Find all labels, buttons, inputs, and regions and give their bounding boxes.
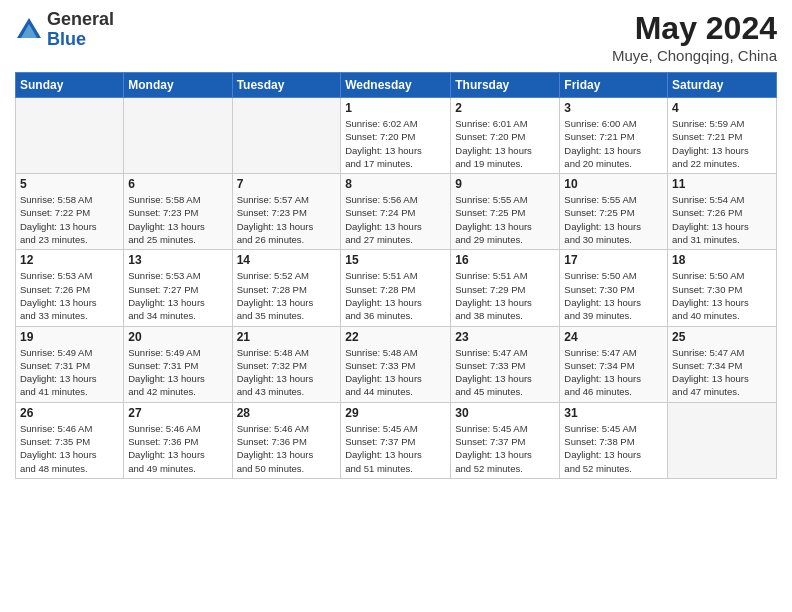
calendar-cell: 25Sunrise: 5:47 AMSunset: 7:34 PMDayligh… xyxy=(668,326,777,402)
calendar-week-row: 19Sunrise: 5:49 AMSunset: 7:31 PMDayligh… xyxy=(16,326,777,402)
day-number: 29 xyxy=(345,406,446,420)
calendar-cell: 17Sunrise: 5:50 AMSunset: 7:30 PMDayligh… xyxy=(560,250,668,326)
day-number: 27 xyxy=(128,406,227,420)
day-number: 14 xyxy=(237,253,337,267)
day-info: Sunrise: 5:55 AMSunset: 7:25 PMDaylight:… xyxy=(455,193,555,246)
day-info: Sunrise: 5:57 AMSunset: 7:23 PMDaylight:… xyxy=(237,193,337,246)
calendar-cell xyxy=(232,98,341,174)
calendar-cell: 5Sunrise: 5:58 AMSunset: 7:22 PMDaylight… xyxy=(16,174,124,250)
day-info: Sunrise: 5:45 AMSunset: 7:38 PMDaylight:… xyxy=(564,422,663,475)
weekday-header-thursday: Thursday xyxy=(451,73,560,98)
day-info: Sunrise: 5:54 AMSunset: 7:26 PMDaylight:… xyxy=(672,193,772,246)
calendar-cell: 27Sunrise: 5:46 AMSunset: 7:36 PMDayligh… xyxy=(124,402,232,478)
calendar-cell: 1Sunrise: 6:02 AMSunset: 7:20 PMDaylight… xyxy=(341,98,451,174)
day-number: 31 xyxy=(564,406,663,420)
calendar-cell: 8Sunrise: 5:56 AMSunset: 7:24 PMDaylight… xyxy=(341,174,451,250)
calendar-week-row: 26Sunrise: 5:46 AMSunset: 7:35 PMDayligh… xyxy=(16,402,777,478)
day-number: 28 xyxy=(237,406,337,420)
calendar-cell: 7Sunrise: 5:57 AMSunset: 7:23 PMDaylight… xyxy=(232,174,341,250)
logo-general: General xyxy=(47,9,114,29)
day-number: 20 xyxy=(128,330,227,344)
calendar-cell: 30Sunrise: 5:45 AMSunset: 7:37 PMDayligh… xyxy=(451,402,560,478)
day-number: 7 xyxy=(237,177,337,191)
calendar-cell: 6Sunrise: 5:58 AMSunset: 7:23 PMDaylight… xyxy=(124,174,232,250)
day-info: Sunrise: 5:49 AMSunset: 7:31 PMDaylight:… xyxy=(20,346,119,399)
day-info: Sunrise: 5:50 AMSunset: 7:30 PMDaylight:… xyxy=(564,269,663,322)
day-number: 23 xyxy=(455,330,555,344)
day-number: 4 xyxy=(672,101,772,115)
day-number: 21 xyxy=(237,330,337,344)
day-number: 2 xyxy=(455,101,555,115)
calendar-cell xyxy=(124,98,232,174)
title-block: May 2024 Muye, Chongqing, China xyxy=(612,10,777,64)
day-info: Sunrise: 5:49 AMSunset: 7:31 PMDaylight:… xyxy=(128,346,227,399)
day-info: Sunrise: 5:51 AMSunset: 7:29 PMDaylight:… xyxy=(455,269,555,322)
weekday-header-friday: Friday xyxy=(560,73,668,98)
calendar-cell: 12Sunrise: 5:53 AMSunset: 7:26 PMDayligh… xyxy=(16,250,124,326)
day-info: Sunrise: 6:02 AMSunset: 7:20 PMDaylight:… xyxy=(345,117,446,170)
location-label: Muye, Chongqing, China xyxy=(612,47,777,64)
day-info: Sunrise: 5:53 AMSunset: 7:26 PMDaylight:… xyxy=(20,269,119,322)
day-number: 30 xyxy=(455,406,555,420)
day-number: 13 xyxy=(128,253,227,267)
calendar-cell: 13Sunrise: 5:53 AMSunset: 7:27 PMDayligh… xyxy=(124,250,232,326)
day-info: Sunrise: 5:51 AMSunset: 7:28 PMDaylight:… xyxy=(345,269,446,322)
day-number: 11 xyxy=(672,177,772,191)
calendar-cell xyxy=(16,98,124,174)
day-number: 9 xyxy=(455,177,555,191)
day-number: 6 xyxy=(128,177,227,191)
day-number: 3 xyxy=(564,101,663,115)
day-info: Sunrise: 6:01 AMSunset: 7:20 PMDaylight:… xyxy=(455,117,555,170)
page-header: General Blue May 2024 Muye, Chongqing, C… xyxy=(15,10,777,64)
day-info: Sunrise: 5:48 AMSunset: 7:32 PMDaylight:… xyxy=(237,346,337,399)
day-number: 15 xyxy=(345,253,446,267)
calendar-cell: 19Sunrise: 5:49 AMSunset: 7:31 PMDayligh… xyxy=(16,326,124,402)
day-info: Sunrise: 5:47 AMSunset: 7:33 PMDaylight:… xyxy=(455,346,555,399)
calendar-cell: 28Sunrise: 5:46 AMSunset: 7:36 PMDayligh… xyxy=(232,402,341,478)
day-info: Sunrise: 5:53 AMSunset: 7:27 PMDaylight:… xyxy=(128,269,227,322)
day-number: 22 xyxy=(345,330,446,344)
day-number: 16 xyxy=(455,253,555,267)
day-info: Sunrise: 5:56 AMSunset: 7:24 PMDaylight:… xyxy=(345,193,446,246)
calendar-cell: 22Sunrise: 5:48 AMSunset: 7:33 PMDayligh… xyxy=(341,326,451,402)
calendar-cell: 3Sunrise: 6:00 AMSunset: 7:21 PMDaylight… xyxy=(560,98,668,174)
weekday-header-sunday: Sunday xyxy=(16,73,124,98)
calendar-table: SundayMondayTuesdayWednesdayThursdayFrid… xyxy=(15,72,777,479)
day-info: Sunrise: 5:58 AMSunset: 7:23 PMDaylight:… xyxy=(128,193,227,246)
month-year-title: May 2024 xyxy=(612,10,777,47)
calendar-cell: 24Sunrise: 5:47 AMSunset: 7:34 PMDayligh… xyxy=(560,326,668,402)
day-info: Sunrise: 5:46 AMSunset: 7:36 PMDaylight:… xyxy=(128,422,227,475)
calendar-cell: 11Sunrise: 5:54 AMSunset: 7:26 PMDayligh… xyxy=(668,174,777,250)
calendar-cell: 31Sunrise: 5:45 AMSunset: 7:38 PMDayligh… xyxy=(560,402,668,478)
day-number: 10 xyxy=(564,177,663,191)
weekday-header-monday: Monday xyxy=(124,73,232,98)
calendar-week-row: 1Sunrise: 6:02 AMSunset: 7:20 PMDaylight… xyxy=(16,98,777,174)
calendar-cell: 4Sunrise: 5:59 AMSunset: 7:21 PMDaylight… xyxy=(668,98,777,174)
day-info: Sunrise: 5:52 AMSunset: 7:28 PMDaylight:… xyxy=(237,269,337,322)
weekday-header-saturday: Saturday xyxy=(668,73,777,98)
day-info: Sunrise: 5:46 AMSunset: 7:35 PMDaylight:… xyxy=(20,422,119,475)
calendar-cell: 16Sunrise: 5:51 AMSunset: 7:29 PMDayligh… xyxy=(451,250,560,326)
day-info: Sunrise: 5:55 AMSunset: 7:25 PMDaylight:… xyxy=(564,193,663,246)
calendar-cell: 29Sunrise: 5:45 AMSunset: 7:37 PMDayligh… xyxy=(341,402,451,478)
calendar-cell: 18Sunrise: 5:50 AMSunset: 7:30 PMDayligh… xyxy=(668,250,777,326)
logo-blue: Blue xyxy=(47,29,86,49)
day-number: 12 xyxy=(20,253,119,267)
logo: General Blue xyxy=(15,10,114,50)
day-info: Sunrise: 5:58 AMSunset: 7:22 PMDaylight:… xyxy=(20,193,119,246)
weekday-header-tuesday: Tuesday xyxy=(232,73,341,98)
day-info: Sunrise: 5:50 AMSunset: 7:30 PMDaylight:… xyxy=(672,269,772,322)
day-info: Sunrise: 5:45 AMSunset: 7:37 PMDaylight:… xyxy=(455,422,555,475)
day-info: Sunrise: 5:59 AMSunset: 7:21 PMDaylight:… xyxy=(672,117,772,170)
day-number: 19 xyxy=(20,330,119,344)
day-info: Sunrise: 6:00 AMSunset: 7:21 PMDaylight:… xyxy=(564,117,663,170)
day-info: Sunrise: 5:47 AMSunset: 7:34 PMDaylight:… xyxy=(672,346,772,399)
calendar-cell: 23Sunrise: 5:47 AMSunset: 7:33 PMDayligh… xyxy=(451,326,560,402)
weekday-header-wednesday: Wednesday xyxy=(341,73,451,98)
calendar-cell: 26Sunrise: 5:46 AMSunset: 7:35 PMDayligh… xyxy=(16,402,124,478)
calendar-cell: 20Sunrise: 5:49 AMSunset: 7:31 PMDayligh… xyxy=(124,326,232,402)
day-number: 26 xyxy=(20,406,119,420)
calendar-cell: 10Sunrise: 5:55 AMSunset: 7:25 PMDayligh… xyxy=(560,174,668,250)
calendar-cell: 2Sunrise: 6:01 AMSunset: 7:20 PMDaylight… xyxy=(451,98,560,174)
logo-icon xyxy=(15,16,43,44)
